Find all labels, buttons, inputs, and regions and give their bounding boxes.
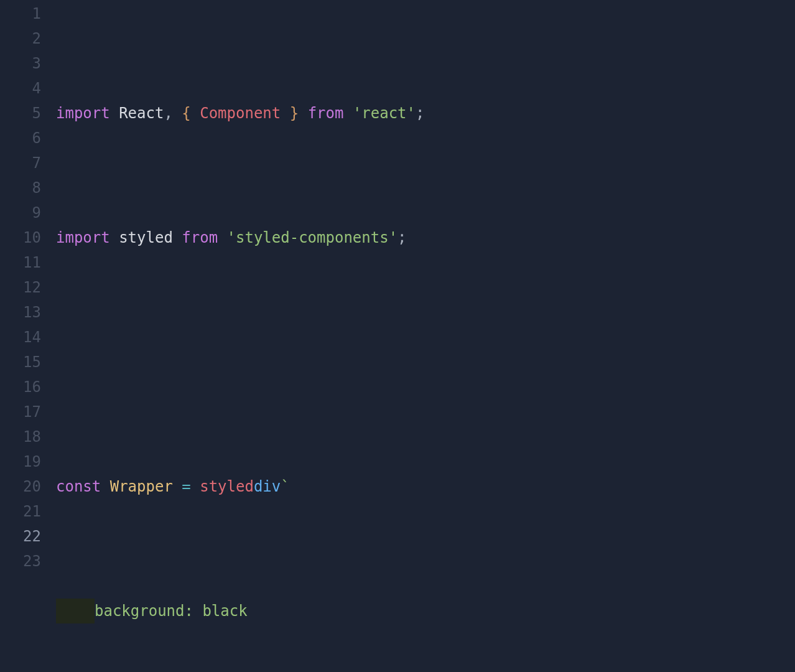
indent-guide	[56, 599, 95, 623]
line-number: 22	[0, 524, 41, 549]
line-number: 21	[0, 499, 41, 524]
line-number: 19	[0, 449, 41, 474]
code-editor[interactable]: 1 2 3 4 5 6 7 8 9 10 11 12 13 14 15 16 1…	[0, 0, 795, 672]
line-number: 14	[0, 325, 41, 350]
identifier: Component	[200, 101, 281, 126]
identifier: React	[119, 101, 164, 126]
line-number: 3	[0, 51, 41, 76]
code-line[interactable]	[56, 350, 795, 375]
line-number-gutter: 1 2 3 4 5 6 7 8 9 10 11 12 13 14 15 16 1…	[0, 1, 56, 672]
line-number: 6	[0, 126, 41, 151]
line-number: 9	[0, 200, 41, 225]
code-line[interactable]: import React, { Component } from 'react'…	[56, 101, 795, 126]
line-number: 13	[0, 300, 41, 325]
line-number: 20	[0, 474, 41, 499]
line-number: 15	[0, 350, 41, 375]
line-number: 5	[0, 101, 41, 126]
line-number: 8	[0, 175, 41, 200]
code-line[interactable]: background: black	[56, 599, 795, 623]
keyword-import: import	[56, 101, 110, 126]
string-literal: 'react'	[353, 101, 416, 126]
line-number: 23	[0, 549, 41, 574]
line-number: 12	[0, 275, 41, 300]
line-number: 7	[0, 151, 41, 175]
line-number: 1	[0, 1, 41, 26]
line-number: 17	[0, 399, 41, 424]
line-number: 4	[0, 76, 41, 101]
line-number: 2	[0, 26, 41, 51]
line-number: 10	[0, 225, 41, 250]
line-number: 16	[0, 375, 41, 399]
line-number: 11	[0, 250, 41, 275]
line-number: 18	[0, 424, 41, 449]
code-line[interactable]: const Wrapper = styleddiv`	[56, 474, 795, 499]
code-content[interactable]: import React, { Component } from 'react'…	[56, 1, 795, 672]
code-line[interactable]: import styled from 'styled-components';	[56, 225, 795, 250]
